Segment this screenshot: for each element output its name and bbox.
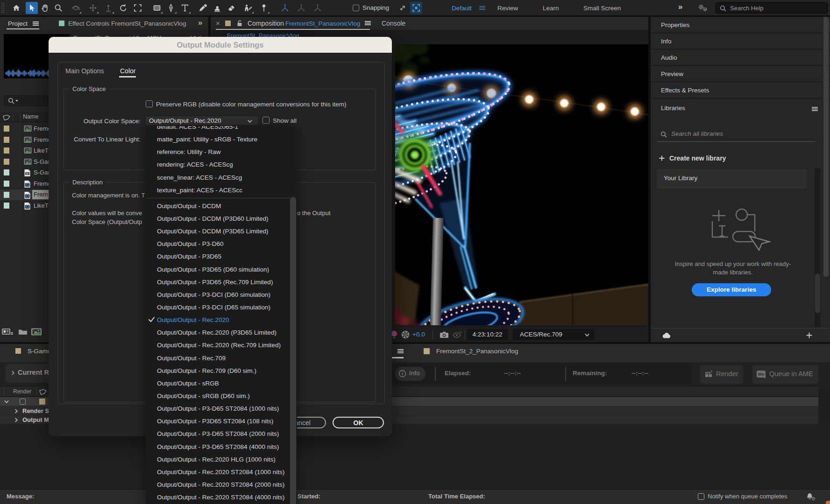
dropdown-option[interactable]: Output/Output - Rec.709 (D60 sim.) <box>146 364 297 377</box>
dialog-tab-main-options[interactable]: Main Options <box>65 67 104 75</box>
tab-timeline-sgamut[interactable]: S-Gamu <box>28 348 51 355</box>
new-folder-icon[interactable] <box>18 328 28 336</box>
libraries-scrollbar-thumb[interactable] <box>815 273 820 313</box>
workspace-tab-learn[interactable]: Learn <box>543 0 559 16</box>
workspace-tab-default[interactable]: Default <box>452 0 472 16</box>
dropdown-option[interactable]: Output/Output - sRGB <box>146 377 297 390</box>
exposure-value[interactable]: +0.0 <box>412 331 425 338</box>
dropdown-option[interactable]: default: ACES - ACES2065-1 <box>146 126 297 133</box>
color-wheel-icon[interactable] <box>391 330 398 339</box>
dialog-tab-color[interactable]: Color <box>120 67 135 75</box>
dropdown-option[interactable]: Output/Output - Rec.709 <box>146 352 297 364</box>
dropdown-option[interactable]: Output/Output - P3-DCI (D60 simulation) <box>146 288 297 301</box>
dropdown-option[interactable]: Output/Output - DCDM (P3D65 Limited) <box>146 225 297 238</box>
queue-in-ame-button[interactable]: MeQueue in AME <box>752 365 818 384</box>
world-axis-mode-icon[interactable] <box>295 2 307 14</box>
composition-tab-menu-icon[interactable] <box>365 21 371 25</box>
hand-tool-icon[interactable] <box>39 2 51 14</box>
local-axis-mode-icon[interactable] <box>279 2 291 14</box>
create-new-library-label[interactable]: Create new library <box>669 154 726 162</box>
dropdown-option[interactable]: matte_paint: Utility - sRGB - Texture <box>146 133 297 146</box>
notify-bell-icon[interactable] <box>806 492 816 501</box>
column-render-label[interactable]: Render <box>13 388 31 395</box>
explore-libraries-button[interactable]: Explore libraries <box>692 283 771 296</box>
libraries-search-underline[interactable] <box>657 141 815 142</box>
item-color-swatch[interactable] <box>4 192 9 198</box>
dropdown-option[interactable]: Output/Output - P3D65 (Rec.709 Limited) <box>146 276 297 288</box>
type-tool-icon[interactable] <box>179 2 191 14</box>
project-tab-overflow[interactable]: » <box>198 18 202 28</box>
roto-brush-tool-icon[interactable] <box>242 2 254 14</box>
show-snapshot-icon[interactable] <box>452 331 462 338</box>
dropdown-option[interactable]: Output/Output - P3D65 ST2084 (108 nits) <box>146 415 297 427</box>
orbit-camera-tool-icon[interactable] <box>70 2 82 14</box>
sidebar-section-info[interactable]: Info <box>651 33 830 49</box>
dropdown-option[interactable]: Output/Output - P3-D65 ST2084 (2000 nits… <box>146 427 297 440</box>
sidebar-section-libraries[interactable]: Libraries <box>651 98 830 118</box>
dropdown-option[interactable]: Output/Output - sRGB (D60 sim.) <box>146 390 297 402</box>
item-color-swatch[interactable] <box>4 169 9 175</box>
tab-project[interactable]: Project <box>8 20 28 27</box>
dropdown-option[interactable]: Output/Output - P3-D65 ST2084 (1000 nits… <box>146 402 297 415</box>
help-search-box[interactable]: Search Help <box>716 2 828 14</box>
item-color-swatch[interactable] <box>4 147 9 154</box>
selection-tool-icon[interactable] <box>26 2 38 14</box>
workspace-tab-small-screen[interactable]: Small Screen <box>583 0 621 16</box>
dropdown-option[interactable]: Output/Output - Rec.2020 HLG (1000 nits) <box>146 453 297 466</box>
zoom-tool-icon[interactable] <box>52 2 64 14</box>
puppet-pin-tool-icon[interactable] <box>258 2 270 14</box>
sidebar-scrollbar-thumb[interactable] <box>823 17 829 277</box>
clone-stamp-tool-icon[interactable] <box>211 2 223 14</box>
tab-timeline-fremont2[interactable]: FremontSt_2_PanasonicVlog <box>436 348 518 355</box>
brush-tool-icon[interactable] <box>197 2 209 14</box>
dropdown-option[interactable]: scene_linear: ACES - ACEScg <box>146 171 297 184</box>
pan-camera-tool-icon[interactable] <box>87 2 99 14</box>
dropdown-option[interactable]: rendering: ACES - ACEScg <box>146 158 297 171</box>
snapshot-camera-icon[interactable] <box>440 331 449 338</box>
home-icon[interactable] <box>10 2 22 14</box>
sidebar-section-properties[interactable]: Properties <box>651 17 830 33</box>
dolly-camera-tool-icon[interactable] <box>102 2 114 14</box>
preserve-rgb-checkbox[interactable] <box>146 100 153 107</box>
sidebar-section-audio[interactable]: Audio <box>651 49 830 66</box>
dropdown-option[interactable]: reference: Utility - Raw <box>146 146 297 158</box>
camera-region-tool-icon[interactable] <box>132 2 144 14</box>
item-color-swatch[interactable] <box>4 203 9 209</box>
queue-scrollbar-track[interactable] <box>818 386 830 424</box>
view-axis-mode-icon[interactable] <box>312 2 324 14</box>
timecode-field[interactable]: 4:23:10:22 <box>467 329 508 340</box>
dropdown-option[interactable]: Output/Output - Rec.2020 ST2084 (4000 ni… <box>146 491 297 504</box>
item-color-swatch[interactable] <box>4 159 9 165</box>
expand-arrow-icon[interactable] <box>397 2 409 14</box>
pixel-snap-icon[interactable] <box>410 2 422 14</box>
dropdown-option[interactable]: Output/Output - P3D65 (D60 simulation) <box>146 263 297 276</box>
item-color-swatch[interactable] <box>4 181 9 187</box>
dropdown-option[interactable]: Output/Output - P3-DCI (D65 simulation) <box>146 301 297 314</box>
dropdown-option[interactable]: Output/Output - Rec.2020 <box>146 314 297 326</box>
cloud-sync-icon[interactable] <box>662 332 673 339</box>
dropdown-option[interactable]: Output/Output - P3-D60 <box>146 238 297 250</box>
snapping-checkbox[interactable] <box>353 5 359 11</box>
output-color-space-select[interactable]: Output/Output - Rec.2020 <box>145 116 259 126</box>
render-button[interactable]: Render <box>700 365 743 384</box>
rectangle-tool-icon[interactable] <box>151 2 163 14</box>
tab-composition-label[interactable]: Composition <box>248 20 284 27</box>
sidebar-section-preview[interactable]: Preview <box>651 66 830 82</box>
composition-tab-close-icon[interactable]: × <box>216 19 220 27</box>
workspace-menu-icon[interactable] <box>479 6 485 10</box>
exposure-shutter-icon[interactable] <box>401 330 410 339</box>
your-library-item[interactable]: Your Library <box>657 169 807 189</box>
view-colorspace-select[interactable]: ACES/Rec.709 <box>513 329 595 340</box>
workspace-settings-icon[interactable] <box>697 2 709 14</box>
dropdown-option[interactable]: Output/Output - Rec.2020 (Rec.709 Limite… <box>146 339 297 351</box>
composition-viewport[interactable] <box>395 44 648 325</box>
tab-console[interactable]: Console <box>382 20 405 27</box>
workspace-tab-review[interactable]: Review <box>497 0 518 16</box>
item-color-swatch[interactable] <box>4 126 9 132</box>
toolbar-grip-handle[interactable] <box>1 2 4 14</box>
render-queue-tab-menu-icon[interactable] <box>397 349 404 353</box>
dropdown-option[interactable]: Output/Output - Rec.2020 ST2084 (1000 ni… <box>146 466 297 478</box>
dropdown-option[interactable]: Output/Output - P3-D65 ST2084 (4000 nits… <box>146 441 297 453</box>
dropdown-option[interactable]: Output/Output - DCDM <box>146 200 297 212</box>
dropdown-scrollbar-thumb[interactable] <box>290 197 296 504</box>
